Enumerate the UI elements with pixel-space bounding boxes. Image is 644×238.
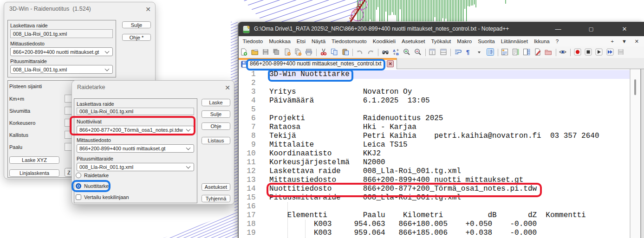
close-button[interactable]: ✕	[614, 22, 635, 36]
menu-muokkaa[interactable]: Muokkaa	[266, 39, 294, 44]
open-file-icon[interactable]	[251, 48, 259, 56]
close-icon[interactable]: ✕	[223, 84, 232, 91]
menu-asetukset[interactable]: Asetukset	[398, 39, 428, 44]
nuottiviivat-combo[interactable]: 866+200-877+200_Törmä_osa1_notes.pi.tdw	[77, 126, 194, 134]
laskettava-raide-label: Laskettava raide	[10, 23, 48, 28]
paste-icon[interactable]	[342, 48, 350, 56]
play-multi-icon[interactable]	[606, 48, 614, 56]
laske-button[interactable]: Laske	[202, 99, 230, 106]
pituusmittaraide-value: 008_Lla-Roi_001.tg.xml	[79, 164, 133, 170]
menu-dropdown-icon[interactable]: ▼	[622, 39, 627, 44]
record-icon[interactable]	[574, 48, 582, 56]
tyhjenna-button[interactable]: Tyhjennä	[202, 195, 230, 202]
sync-v-icon[interactable]	[429, 48, 436, 56]
save-macro-icon[interactable]	[617, 48, 625, 56]
menu-nyt[interactable]: Näytä	[309, 39, 329, 44]
zoom-out-icon[interactable]	[414, 48, 422, 56]
menu-koodikieli[interactable]: Koodikieli	[370, 39, 398, 44]
pituusmittaraide-combo[interactable]: 008_Lla-Roi_001.tg.xml	[10, 65, 113, 74]
toolbar-separator	[425, 49, 426, 56]
undo-icon[interactable]	[356, 48, 364, 56]
toolbar-separator	[556, 49, 556, 56]
find-icon[interactable]	[382, 48, 390, 56]
replace-icon[interactable]: AB	[392, 48, 400, 56]
vertailu-checkbox[interactable]: Vertailu keskilinjaan	[76, 194, 129, 200]
doc-list-icon[interactable]	[523, 48, 531, 56]
copy-icon[interactable]	[331, 48, 338, 56]
ps-row-label: Paalu	[9, 144, 22, 150]
menu-ikkuna[interactable]: Ikkuna	[531, 39, 553, 44]
indent-guide	[287, 202, 288, 238]
menu-tiedostomuoto[interactable]: Tiedostomuoto	[329, 39, 370, 44]
radio-on-icon	[76, 183, 81, 189]
nuottitarke-radio[interactable]: Nuottitarke	[76, 183, 109, 189]
menu-tiedosto[interactable]: Tiedosto	[240, 39, 266, 44]
menu-close-icon[interactable]: ✕	[635, 39, 639, 45]
tab-chevron-icon[interactable]: ›	[384, 61, 385, 66]
show-symbol-icon[interactable]: ¶	[465, 48, 473, 56]
stop-icon[interactable]	[585, 48, 592, 56]
doc-map-icon[interactable]	[512, 48, 520, 56]
close-doc-icon[interactable]	[284, 48, 292, 56]
redo-icon[interactable]	[367, 48, 375, 56]
tab-active[interactable]: 866+200-899+400 nuotti mittaukset_notes_…	[239, 58, 397, 69]
notepad-titlebar: G:\Oma Drive\1_RATA 2025\2_NRC\866+200-8…	[239, 22, 644, 36]
play-icon[interactable]	[595, 48, 603, 56]
dropdown-icon[interactable]	[476, 48, 484, 56]
mittaustiedosto-combo[interactable]: 866+200-899+400 nuotti mittaukset.gt	[10, 47, 113, 56]
menu-tykalut[interactable]: Työkalut	[428, 39, 454, 44]
sulje-button[interactable]: Sulje	[202, 110, 230, 118]
asetukset-button[interactable]: Asetukset	[202, 183, 230, 191]
zoom-in-icon[interactable]	[403, 48, 411, 56]
folder-pink-icon[interactable]	[545, 48, 553, 56]
minimize-button[interactable]: —	[548, 22, 568, 36]
notepad-toolbar: AB¶	[239, 46, 644, 58]
dialog-raidetarke-title: Raidetarke	[77, 84, 105, 90]
notepad-tabbar: 866+200-899+400 nuotti mittaukset_notes_…	[239, 58, 644, 69]
ohje-button[interactable]: Ohje *	[122, 34, 151, 41]
sync-h-icon[interactable]	[440, 48, 448, 56]
screen: 40.7900 3D-Win - Raidenuotitus (1.524) ✕…	[0, 0, 644, 238]
tab-close-icon[interactable]: ✕	[387, 60, 394, 67]
menu-etsi[interactable]: Etsi	[293, 39, 308, 44]
menu-makro[interactable]: Makro	[454, 39, 475, 44]
laske-xyz-button[interactable]: Laske XYZ	[9, 156, 59, 164]
menu-plus-icon[interactable]: +	[611, 39, 613, 44]
print-icon[interactable]	[305, 48, 313, 56]
maximize-button[interactable]: ▢	[581, 22, 601, 36]
ps-row-label: Sivumitta	[9, 108, 30, 114]
save-all-icon[interactable]	[273, 48, 280, 56]
mittaustiedosto-value: 866+200-899+400 nuotti mittaukset.gt	[79, 146, 165, 151]
linjalaskenta-button[interactable]: Linjalaskenta	[9, 169, 59, 177]
tab-label: 866+200-899+400 nuotti mittaukset_notes_…	[250, 60, 382, 67]
pituusmittaraide-value: 008_Lla-Roi_001.tg.xml	[13, 67, 67, 72]
toolbar-separator	[498, 49, 498, 56]
menu-?[interactable]: ?	[553, 39, 561, 44]
new-file-icon[interactable]	[240, 48, 248, 56]
raidetarke-radio[interactable]: Raidetarke	[76, 173, 109, 178]
menu-liitnniset[interactable]: Liitännäiset	[498, 39, 531, 44]
close-all-icon[interactable]	[294, 48, 302, 56]
listaus-button[interactable]: Listaus	[202, 137, 230, 144]
ps-row-label: Kallistus	[9, 132, 28, 138]
eye-icon[interactable]	[559, 48, 567, 56]
svg-text:A: A	[393, 49, 396, 53]
func-list-icon[interactable]	[501, 48, 509, 56]
scrollbar-thumb[interactable]	[634, 79, 636, 95]
doc-edit-icon[interactable]	[534, 48, 542, 56]
pituusmittaraide-label: Pituusmittaraide	[10, 58, 47, 64]
menu-suorita[interactable]: Suorita	[475, 39, 498, 44]
wrap-icon[interactable]	[454, 48, 462, 56]
cut-icon[interactable]	[320, 48, 328, 56]
mittaustiedosto-combo[interactable]: 866+200-899+400 nuotti mittaukset.gt	[77, 144, 194, 153]
save-icon[interactable]	[262, 48, 270, 56]
pituusmittaraide-label: Pituusmittaraide	[77, 156, 113, 161]
ohje-button[interactable]: Ohje	[202, 122, 230, 130]
ps-row-label: Korkeusero	[9, 120, 35, 126]
sulje-button[interactable]: Sulje	[122, 21, 151, 28]
editor-area[interactable]: 1 2 3 4 5 6 7 8 9 10 11 12 13 14 15 16 1…	[239, 69, 644, 238]
pituusmittaraide-combo[interactable]: 008_Lla-Roi_001.tg.xml	[77, 163, 194, 171]
close-icon[interactable]: ✕	[143, 6, 153, 13]
nuottitarke-radio-label: Nuottitarke	[84, 183, 109, 189]
indent-guide-icon[interactable]	[487, 48, 494, 56]
